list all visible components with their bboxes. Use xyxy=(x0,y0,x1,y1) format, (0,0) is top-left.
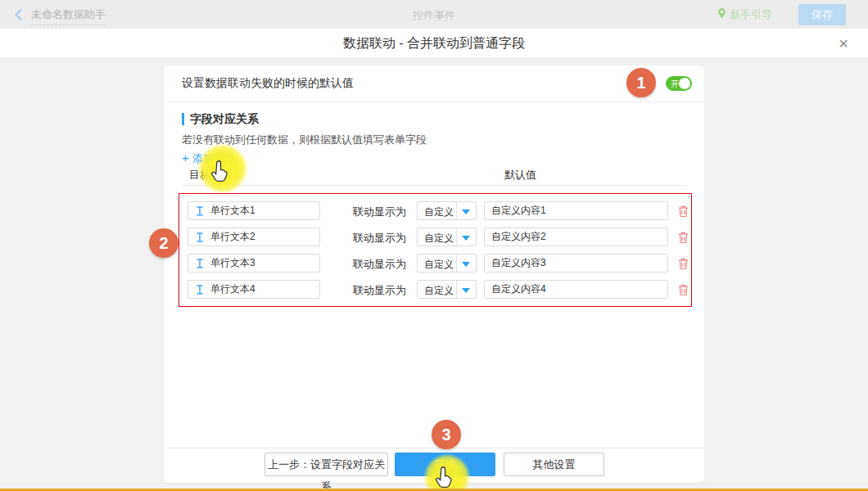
select-value: 自定义 xyxy=(424,258,454,272)
caret-down-icon xyxy=(462,236,470,241)
target-field-value: 单行文本4 xyxy=(210,282,255,296)
divider xyxy=(182,185,686,186)
target-field-value: 单行文本3 xyxy=(210,256,255,270)
default-value-input[interactable]: 自定义内容3 xyxy=(484,254,668,273)
linkage-label: 联动显示为 xyxy=(353,257,406,272)
target-field-input[interactable]: 单行文本2 xyxy=(188,227,320,246)
display-mode-select[interactable]: 自定义 xyxy=(417,227,477,246)
single-line-text-icon xyxy=(196,285,204,295)
single-line-text-icon xyxy=(196,232,204,242)
screen: 未命名数据助手 控件事件 新手引导 保存 数据联动 - 合并联动到普通字段 × … xyxy=(0,0,868,491)
annotation-step-3: 3 xyxy=(432,420,461,449)
target-field-input[interactable]: 单行文本3 xyxy=(188,254,320,273)
section-title: 字段对应关系 xyxy=(182,113,259,125)
divider xyxy=(165,101,703,102)
select-value: 自定义 xyxy=(424,205,454,219)
location-pin-icon xyxy=(717,7,726,22)
display-mode-select[interactable]: 自定义 xyxy=(417,201,477,220)
modal-header: 数据联动 - 合并联动到普通字段 × xyxy=(0,29,868,57)
target-field-value: 单行文本1 xyxy=(210,204,255,218)
default-value-text: 自定义内容1 xyxy=(491,204,546,218)
select-value: 自定义 xyxy=(424,232,454,246)
modal-title: 数据联动 - 合并联动到普通字段 xyxy=(0,35,868,52)
target-field-value: 单行文本2 xyxy=(210,230,255,244)
field-mapping-annotation-box: 单行文本1 联动显示为 自定义 自定义内容1 单行文本2 联动显示为 自定义 xyxy=(179,193,692,307)
annotation-step-2: 2 xyxy=(149,228,179,258)
field-mapping-row: 单行文本4 联动显示为 自定义 自定义内容4 xyxy=(179,280,693,300)
guide-label: 新手引导 xyxy=(730,7,772,22)
select-divider xyxy=(456,281,457,298)
select-divider xyxy=(456,228,457,246)
caret-down-icon xyxy=(462,288,470,293)
select-value: 自定义 xyxy=(424,284,454,298)
divider xyxy=(165,448,703,448)
field-mapping-row: 单行文本3 联动显示为 自定义 自定义内容3 xyxy=(179,254,693,273)
linkage-label: 联动显示为 xyxy=(353,283,406,298)
default-value-text: 自定义内容3 xyxy=(491,256,546,270)
toggle-knob xyxy=(679,78,690,89)
field-mapping-row: 单行文本2 联动显示为 自定义 自定义内容2 xyxy=(179,227,693,247)
toggle-on-label: 开 xyxy=(671,79,679,90)
plus-icon: + xyxy=(182,151,189,164)
default-value-toggle[interactable]: 开 xyxy=(666,76,692,91)
default-value-text: 自定义内容2 xyxy=(491,230,546,244)
defaults-setting-label: 设置数据联动失败的时候的默认值 xyxy=(182,76,354,91)
target-field-input[interactable]: 单行文本4 xyxy=(188,280,320,299)
display-mode-select[interactable]: 自定义 xyxy=(417,280,477,299)
other-settings-button[interactable]: 其他设置 xyxy=(504,453,604,476)
target-field-input[interactable]: 单行文本1 xyxy=(188,201,320,220)
default-value-text: 自定义内容4 xyxy=(491,282,546,296)
default-value-input[interactable]: 自定义内容2 xyxy=(484,227,668,246)
linkage-label: 联动显示为 xyxy=(353,231,406,246)
default-value-input[interactable]: 自定义内容1 xyxy=(484,201,668,220)
linkage-label: 联动显示为 xyxy=(353,205,406,219)
previous-step-button[interactable]: 上一步：设置字段对应关系 xyxy=(264,453,388,476)
annotation-step-1: 1 xyxy=(626,68,656,97)
single-line-text-icon xyxy=(196,206,204,216)
hand-cursor-icon xyxy=(209,160,230,185)
delete-row-icon[interactable] xyxy=(677,205,689,218)
select-divider xyxy=(456,202,457,219)
caret-down-icon xyxy=(462,209,470,214)
delete-row-icon[interactable] xyxy=(677,231,689,244)
guide-link[interactable]: 新手引导 xyxy=(717,7,772,22)
caret-down-icon xyxy=(462,262,470,267)
default-value-input[interactable]: 自定义内容4 xyxy=(484,280,668,299)
close-icon[interactable]: × xyxy=(835,33,852,54)
delete-row-icon[interactable] xyxy=(677,257,689,270)
delete-row-icon[interactable] xyxy=(677,283,689,296)
select-divider xyxy=(456,255,457,272)
hand-cursor-icon xyxy=(433,466,454,491)
display-mode-select[interactable]: 自定义 xyxy=(417,254,477,273)
save-button[interactable]: 保存 xyxy=(798,4,846,25)
topbar: 未命名数据助手 控件事件 新手引导 保存 xyxy=(0,0,868,29)
column-header-default-value: 默认值 xyxy=(504,168,536,182)
single-line-text-icon xyxy=(196,259,204,268)
field-mapping-row: 单行文本1 联动显示为 自定义 自定义内容1 xyxy=(179,201,693,221)
